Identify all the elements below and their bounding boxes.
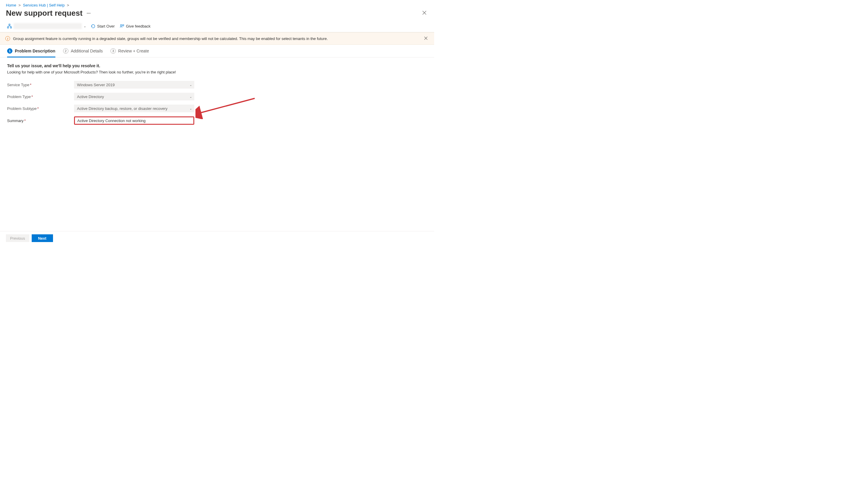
tab-review-create[interactable]: 3 Review + Create: [111, 48, 149, 58]
breadcrumb-services-hub[interactable]: Services Hub | Self Help: [23, 3, 65, 7]
close-icon: [422, 11, 427, 15]
tabs: 1 Problem Description 2 Additional Detai…: [0, 45, 434, 58]
tab-number: 3: [111, 48, 116, 54]
form-area: Tell us your issue, and we'll help you r…: [0, 58, 434, 135]
select-service-type[interactable]: Windows Server 2019 ⌄: [74, 81, 194, 89]
row-problem-type: Problem Type* Active Directory ⌄: [7, 93, 427, 100]
select-value: Active Directory backup, restore, or dis…: [77, 106, 167, 111]
toolbar: ⌄ Start Over Give feedback: [0, 22, 434, 32]
close-icon: [424, 36, 428, 40]
start-over-label: Start Over: [97, 24, 115, 28]
form-subheading: Looking for help with one of your Micros…: [7, 70, 427, 74]
chevron-down-icon: ⌄: [84, 24, 86, 28]
label-problem-subtype: Problem Subtype*: [7, 106, 74, 111]
chevron-down-icon: ⌄: [189, 107, 192, 110]
svg-rect-2: [10, 27, 11, 28]
tab-label: Problem Description: [15, 49, 55, 53]
summary-input[interactable]: [75, 117, 193, 124]
breadcrumb-sep: >: [67, 3, 69, 7]
alert-bar: i Group assignment feature is currently …: [0, 32, 434, 45]
label-summary: Summary*: [7, 119, 74, 123]
alert-close-button[interactable]: [423, 35, 429, 42]
feedback-icon: [119, 24, 124, 28]
svg-rect-0: [9, 24, 10, 25]
page-title: New support request ···: [6, 8, 91, 18]
org-picker-value: [13, 23, 82, 29]
chevron-down-icon: ⌄: [189, 95, 192, 98]
tab-problem-description[interactable]: 1 Problem Description: [7, 48, 55, 58]
tab-number: 1: [7, 48, 12, 54]
alert-text: Group assignment feature is currently ru…: [13, 36, 328, 41]
alert-content: i Group assignment feature is currently …: [5, 36, 328, 41]
breadcrumb-sep: >: [18, 3, 21, 7]
tab-label: Review + Create: [118, 49, 149, 53]
org-picker[interactable]: ⌄: [7, 23, 86, 29]
svg-rect-1: [7, 27, 8, 28]
page-title-text: New support request: [6, 8, 83, 18]
give-feedback-button[interactable]: Give feedback: [119, 24, 150, 28]
select-value: Active Directory: [77, 94, 104, 99]
refresh-icon: [91, 24, 95, 28]
summary-highlight: [74, 116, 194, 125]
chevron-down-icon: ⌄: [189, 83, 192, 87]
tab-number: 2: [63, 48, 68, 54]
more-actions-button[interactable]: ···: [87, 11, 91, 16]
close-button[interactable]: [421, 9, 428, 18]
next-button[interactable]: Next: [32, 234, 53, 242]
label-service-type: Service Type*: [7, 83, 74, 87]
breadcrumb-home[interactable]: Home: [6, 3, 16, 7]
give-feedback-label: Give feedback: [126, 24, 150, 28]
previous-button: Previous: [6, 234, 29, 242]
breadcrumb: Home > Services Hub | Self Help >: [0, 0, 434, 8]
select-value: Windows Server 2019: [77, 83, 115, 87]
start-over-button[interactable]: Start Over: [91, 24, 115, 28]
footer: Previous Next: [0, 231, 434, 245]
tab-additional-details[interactable]: 2 Additional Details: [63, 48, 103, 58]
tab-label: Additional Details: [71, 49, 103, 53]
hierarchy-icon: [7, 24, 12, 28]
label-problem-type: Problem Type*: [7, 94, 74, 99]
svg-point-3: [121, 25, 122, 26]
info-icon: i: [5, 36, 10, 41]
row-problem-subtype: Problem Subtype* Active Directory backup…: [7, 104, 427, 112]
page-title-row: New support request ···: [0, 8, 434, 22]
select-problem-type[interactable]: Active Directory ⌄: [74, 93, 194, 100]
row-summary: Summary*: [7, 116, 427, 125]
row-service-type: Service Type* Windows Server 2019 ⌄: [7, 81, 427, 89]
form-heading: Tell us your issue, and we'll help you r…: [7, 63, 427, 68]
select-problem-subtype[interactable]: Active Directory backup, restore, or dis…: [74, 104, 194, 112]
